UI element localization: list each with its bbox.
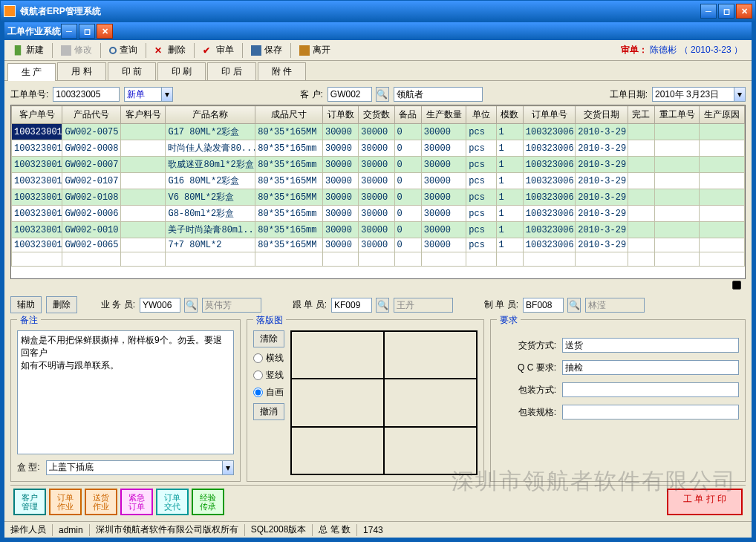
col-header[interactable]: 生产数量 <box>421 106 466 124</box>
col-header[interactable]: 订单数 <box>322 106 358 124</box>
cust-mgmt-button[interactable]: 客户管理 <box>13 489 46 515</box>
follow-code-input[interactable] <box>331 298 372 313</box>
query-button[interactable]: 查询 <box>104 42 143 59</box>
inner-titlebar[interactable]: 工单作业系统 ─ ◻ ✕ <box>4 22 752 40</box>
outer-minimize-button[interactable]: ─ <box>700 4 717 19</box>
delivery-work-button[interactable]: 送货作业 <box>85 489 117 515</box>
table-row[interactable] <box>12 252 745 267</box>
col-header[interactable]: 成品尺寸 <box>255 106 323 124</box>
table-row[interactable]: 100323001GW002-00657+7 80ML*280*35*165MM… <box>12 238 745 252</box>
free-radio[interactable]: 自画 <box>253 386 284 399</box>
aux-button[interactable]: 辅助 <box>10 296 42 313</box>
col-header[interactable]: 客户单号 <box>12 106 62 124</box>
col-header[interactable]: 交货数 <box>359 106 394 124</box>
delete-button[interactable]: ✕删除 <box>149 42 191 59</box>
col-header[interactable]: 备品 <box>394 106 421 124</box>
maker-code-input[interactable] <box>523 298 564 313</box>
col-header[interactable]: 生产原因 <box>700 106 745 124</box>
calendar-icon[interactable]: ▾ <box>734 87 746 102</box>
requirement-panel: 要求 交货方式: Q C 要求: 包装方式: 包装规格: <box>490 319 746 482</box>
outer-close-button[interactable]: ✕ <box>736 4 752 19</box>
grid-nav[interactable] <box>10 279 746 293</box>
inner-maximize-button[interactable]: ◻ <box>79 24 95 39</box>
status-combo[interactable]: ▾ <box>124 87 173 102</box>
order-no-input[interactable] <box>53 87 120 102</box>
date-label: 工单日期: <box>610 88 648 101</box>
tab-2[interactable]: 印 前 <box>108 62 156 80</box>
table-row[interactable]: 100323001GW002-0075G17 80ML*2彩盒80*35*165… <box>12 124 745 140</box>
inner-minimize-button[interactable]: ─ <box>61 24 77 39</box>
staff-row: 辅助 删除 业 务 员: 🔍 莫伟芳 跟 单 员: 🔍 王丹 制 单 员: 🔍 … <box>10 293 746 316</box>
col-header[interactable]: 完工 <box>628 106 654 124</box>
tabbar: 生 产用 料印 前印 刷印 后附 件 <box>4 61 752 81</box>
sales-lookup-button[interactable]: 🔍 <box>184 298 198 313</box>
app-icon <box>4 5 16 17</box>
layout-clear-button[interactable]: 清除 <box>253 330 284 347</box>
outer-title: 领航者ERP管理系统 <box>20 5 101 18</box>
col-header[interactable]: 客户料号 <box>121 106 166 124</box>
tab-1[interactable]: 用 料 <box>57 62 105 80</box>
maker-name: 林滢 <box>585 298 645 313</box>
tab-5[interactable]: 附 件 <box>258 62 306 80</box>
table-row[interactable]: 100323001GW002-0107G16 80ML*2彩盒80*35*165… <box>12 173 745 189</box>
spec-input[interactable] <box>562 405 739 419</box>
x-icon: ✕ <box>154 45 165 56</box>
outer-maximize-button[interactable]: ◻ <box>718 4 734 19</box>
inner-close-button[interactable]: ✕ <box>97 24 113 39</box>
layout-undo-button[interactable]: 撤消 <box>253 403 284 420</box>
cust-label: 客 户: <box>300 88 323 101</box>
table-row[interactable]: 100323001GW002-0006G8-80ml*2彩盒80*35*165m… <box>12 206 745 222</box>
col-header[interactable]: 产品名称 <box>166 106 255 124</box>
save-button[interactable]: 保存 <box>246 42 287 59</box>
col-header[interactable]: 模数 <box>496 106 523 124</box>
data-grid[interactable]: 客户单号产品代号客户料号产品名称成品尺寸订单数交货数备品生产数量单位模数订单单号… <box>10 105 746 279</box>
cust-lookup-button[interactable]: 🔍 <box>376 87 389 102</box>
tab-4[interactable]: 印 后 <box>207 62 255 80</box>
bottom-buttons: 客户管理 订单作业 送货作业 紧急订单 订单交代 经验传承 工 单 打 印 <box>10 485 746 518</box>
experience-button[interactable]: 经验传承 <box>192 489 224 515</box>
sales-code-input[interactable] <box>140 298 180 313</box>
audit-button[interactable]: ✔审单 <box>198 42 239 59</box>
search-icon <box>109 47 117 54</box>
outer-titlebar[interactable]: 领航者ERP管理系统 ─ ◻ ✕ <box>1 1 755 22</box>
follow-name: 王丹 <box>394 298 453 313</box>
exit-icon <box>299 45 310 56</box>
chevron-down-icon[interactable]: ▾ <box>161 87 173 102</box>
delivery-input[interactable] <box>562 338 739 353</box>
col-header[interactable]: 交货日期 <box>576 106 628 124</box>
layout-panel: 落版图 清除 横线 竖线 自画 撤消 <box>247 319 484 482</box>
hline-radio[interactable]: 横线 <box>253 352 284 365</box>
leave-button[interactable]: 离开 <box>294 42 336 59</box>
chevron-down-icon[interactable]: ▾ <box>222 460 234 475</box>
table-row[interactable]: 100323001GW002-0007歌威迷亚80ml*2彩盒80*35*165… <box>12 157 745 173</box>
table-row[interactable]: 100323001GW002-0010美子时尚染膏80ml...80*35*16… <box>12 222 745 238</box>
urgent-order-button[interactable]: 紧急订单 <box>120 489 153 515</box>
cust-code-input[interactable] <box>328 87 372 102</box>
order-work-button[interactable]: 订单作业 <box>49 489 82 515</box>
header-row: 工单单号: ▾ 客 户: 🔍 工单日期: ▾ <box>10 84 746 105</box>
new-button[interactable]: 新建 <box>7 42 49 59</box>
remark-textarea[interactable] <box>17 330 234 454</box>
row-delete-button[interactable]: 删除 <box>46 296 77 313</box>
order-handover-button[interactable]: 订单交代 <box>156 489 189 515</box>
maker-lookup-button[interactable]: 🔍 <box>567 298 581 313</box>
vline-radio[interactable]: 竖线 <box>253 369 284 382</box>
table-row[interactable]: 100323001GW002-0008时尚佳人染发膏80...80*35*165… <box>12 140 745 157</box>
table-row[interactable]: 100323001GW002-0108V6 80ML*2彩盒80*35*165M… <box>12 189 745 206</box>
edit-button[interactable]: 修改 <box>56 42 97 59</box>
col-header[interactable]: 单位 <box>466 106 496 124</box>
pack-input[interactable] <box>562 382 739 397</box>
tab-3[interactable]: 印 刷 <box>157 62 206 80</box>
date-combo[interactable]: ▾ <box>652 87 746 102</box>
tab-0[interactable]: 生 产 <box>7 63 56 81</box>
qc-input[interactable] <box>562 360 739 375</box>
cust-name-input[interactable] <box>394 87 483 102</box>
col-header[interactable]: 产品代号 <box>62 106 121 124</box>
follow-lookup-button[interactable]: 🔍 <box>376 298 389 313</box>
col-header[interactable]: 订单单号 <box>523 106 576 124</box>
col-header[interactable]: 重工单号 <box>655 106 700 124</box>
inner-window: 工单作业系统 ─ ◻ ✕ 新建 修改 查询 ✕删除 ✔审单 保存 离开 审单： <box>4 22 752 538</box>
print-button[interactable]: 工 单 打 印 <box>667 489 743 515</box>
box-type-combo[interactable]: ▾ <box>46 460 234 475</box>
layout-canvas[interactable] <box>290 330 478 475</box>
